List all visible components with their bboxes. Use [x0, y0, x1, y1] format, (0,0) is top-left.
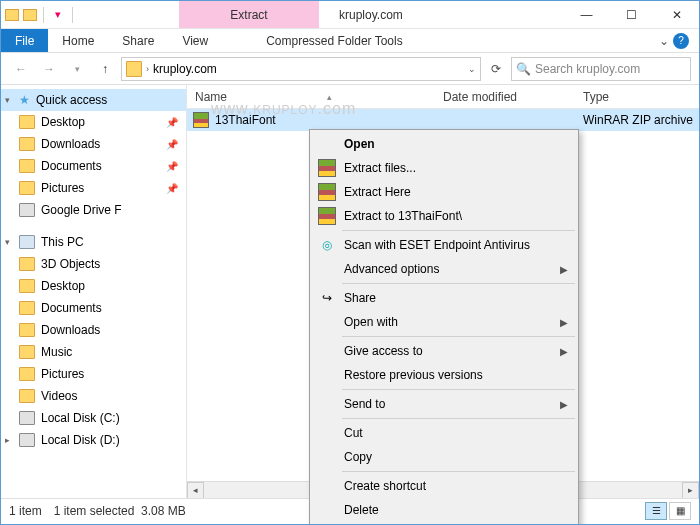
- folder-icon: [19, 115, 35, 129]
- ctx-scan-eset[interactable]: ◎Scan with ESET Endpoint Antivirus: [312, 233, 576, 257]
- details-view-button[interactable]: ☰: [645, 502, 667, 520]
- window-title: kruploy.com: [319, 1, 564, 28]
- star-icon: ★: [19, 93, 30, 107]
- file-row[interactable]: 13ThaiFont WinRAR ZIP archive: [187, 109, 699, 131]
- address-bar-row: ← → ▾ ↑ › kruploy.com ⌄ ⟳ 🔍 Search krupl…: [1, 53, 699, 85]
- folder-icon: [19, 367, 35, 381]
- home-tab[interactable]: Home: [48, 29, 108, 52]
- breadcrumb[interactable]: › kruploy.com ⌄: [121, 57, 481, 81]
- caret-down-icon[interactable]: ▾: [5, 95, 10, 105]
- pin-icon: 📌: [166, 139, 178, 150]
- sidebar-item-label: 3D Objects: [41, 257, 100, 271]
- large-icons-view-button[interactable]: ▦: [669, 502, 691, 520]
- ctx-delete[interactable]: Delete: [312, 498, 576, 522]
- sidebar-item-pictures[interactable]: Pictures📌: [1, 177, 186, 199]
- folder-icon: [19, 257, 35, 271]
- up-button[interactable]: ↑: [93, 57, 117, 81]
- search-placeholder: Search kruploy.com: [535, 62, 640, 76]
- sidebar-item-label: Desktop: [41, 279, 85, 293]
- minimize-button[interactable]: —: [564, 1, 609, 28]
- folder-icon: [19, 301, 35, 315]
- caret-right-icon[interactable]: ▸: [5, 435, 10, 445]
- sidebar-item-label: Pictures: [41, 181, 84, 195]
- refresh-button[interactable]: ⟳: [485, 58, 507, 80]
- ribbon-collapse-icon[interactable]: ⌄: [659, 34, 669, 48]
- explorer-open-icon[interactable]: [23, 9, 37, 21]
- scroll-left-icon[interactable]: ◂: [187, 482, 204, 499]
- search-icon: 🔍: [516, 62, 531, 76]
- breadcrumb-folder-icon: [126, 61, 142, 77]
- sidebar-item-label: Music: [41, 345, 72, 359]
- back-button[interactable]: ←: [9, 57, 33, 81]
- submenu-icon: ▶: [560, 399, 568, 410]
- sidebar-item-music[interactable]: Music: [1, 341, 186, 363]
- sort-asc-icon: ▴: [327, 92, 332, 102]
- sidebar-item-label: Downloads: [41, 137, 100, 151]
- sidebar-this-pc[interactable]: ▾ This PC: [1, 231, 186, 253]
- context-menu: Open Extract files... Extract Here Extra…: [309, 129, 579, 525]
- ctx-extract-files[interactable]: Extract files...: [312, 156, 576, 180]
- sidebar-item-pictures2[interactable]: Pictures: [1, 363, 186, 385]
- file-tab[interactable]: File: [1, 29, 48, 52]
- sidebar-item-label: Documents: [41, 159, 102, 173]
- nav-sidebar: ▾ ★ Quick access Desktop📌 Downloads📌 Doc…: [1, 85, 187, 498]
- contextual-tab-extract[interactable]: Extract: [179, 1, 319, 28]
- ctx-open[interactable]: Open: [312, 132, 576, 156]
- sidebar-item-label: Google Drive F: [41, 203, 122, 217]
- search-input[interactable]: 🔍 Search kruploy.com: [511, 57, 691, 81]
- crumb-segment[interactable]: kruploy.com: [153, 62, 217, 76]
- sidebar-item-documents[interactable]: Documents📌: [1, 155, 186, 177]
- ctx-copy[interactable]: Copy: [312, 445, 576, 469]
- sidebar-item-desktop2[interactable]: Desktop: [1, 275, 186, 297]
- folder-icon: [19, 279, 35, 293]
- maximize-button[interactable]: ☐: [609, 1, 654, 28]
- compressed-tools-tab[interactable]: Compressed Folder Tools: [252, 29, 417, 52]
- col-header-name[interactable]: Name▴: [187, 85, 435, 108]
- ctx-open-with[interactable]: Open with▶: [312, 310, 576, 334]
- qat-overflow-icon[interactable]: ▾: [50, 7, 66, 23]
- sidebar-item-downloads2[interactable]: Downloads: [1, 319, 186, 341]
- sidebar-item-documents2[interactable]: Documents: [1, 297, 186, 319]
- sidebar-item-label: Documents: [41, 301, 102, 315]
- sidebar-item-gdrive[interactable]: Google Drive F: [1, 199, 186, 221]
- forward-button[interactable]: →: [37, 57, 61, 81]
- winrar-icon: [318, 183, 336, 201]
- crumb-chevron-icon[interactable]: ›: [146, 64, 149, 74]
- crumb-dropdown-icon[interactable]: ⌄: [468, 64, 476, 74]
- help-icon[interactable]: ?: [673, 33, 689, 49]
- submenu-icon: ▶: [560, 264, 568, 275]
- ctx-advanced-options[interactable]: Advanced options▶: [312, 257, 576, 281]
- col-header-date[interactable]: Date modified: [435, 85, 575, 108]
- sidebar-item-3dobjects[interactable]: 3D Objects: [1, 253, 186, 275]
- status-item-count: 1 item: [9, 504, 42, 518]
- ctx-extract-here[interactable]: Extract Here: [312, 180, 576, 204]
- ctx-give-access[interactable]: Give access to▶: [312, 339, 576, 363]
- close-button[interactable]: ✕: [654, 1, 699, 28]
- drive-icon: [19, 433, 35, 447]
- file-name: 13ThaiFont: [215, 113, 276, 127]
- caret-down-icon[interactable]: ▾: [5, 237, 10, 247]
- folder-icon: [19, 159, 35, 173]
- ctx-extract-to[interactable]: Extract to 13ThaiFont\: [312, 204, 576, 228]
- col-header-type[interactable]: Type: [575, 85, 699, 108]
- view-tab[interactable]: View: [168, 29, 222, 52]
- winrar-icon: [193, 112, 209, 128]
- sidebar-item-disk-d[interactable]: ▸Local Disk (D:): [1, 429, 186, 451]
- ctx-create-shortcut[interactable]: Create shortcut: [312, 474, 576, 498]
- pin-icon: 📌: [166, 161, 178, 172]
- ctx-share[interactable]: ↪Share: [312, 286, 576, 310]
- drive-icon: [19, 411, 35, 425]
- share-tab[interactable]: Share: [108, 29, 168, 52]
- scroll-right-icon[interactable]: ▸: [682, 482, 699, 499]
- sidebar-item-downloads[interactable]: Downloads📌: [1, 133, 186, 155]
- ctx-restore-versions[interactable]: Restore previous versions: [312, 363, 576, 387]
- sidebar-item-desktop[interactable]: Desktop📌: [1, 111, 186, 133]
- sidebar-item-disk-c[interactable]: Local Disk (C:): [1, 407, 186, 429]
- ctx-send-to[interactable]: Send to▶: [312, 392, 576, 416]
- recent-chevron-icon[interactable]: ▾: [65, 57, 89, 81]
- sidebar-quick-access[interactable]: ▾ ★ Quick access: [1, 89, 186, 111]
- folder-icon: [19, 323, 35, 337]
- ctx-cut[interactable]: Cut: [312, 421, 576, 445]
- sidebar-item-videos[interactable]: Videos: [1, 385, 186, 407]
- sidebar-item-label: Local Disk (D:): [41, 433, 120, 447]
